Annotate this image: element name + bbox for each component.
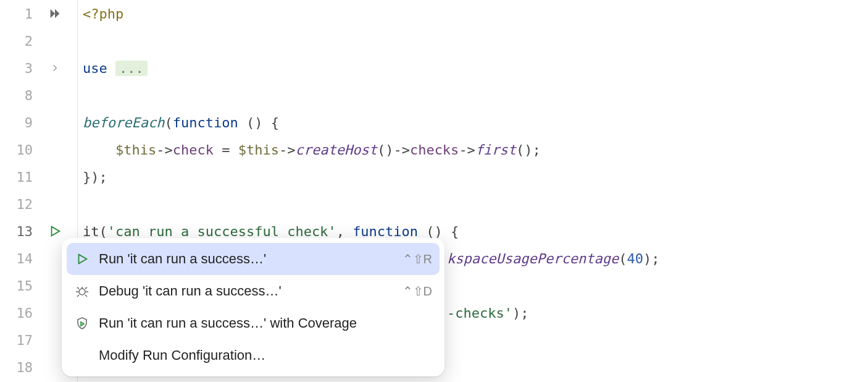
menu-label: Debug 'it can run a success…' [99,283,394,299]
menu-shortcut: ⌃⇧R [403,252,432,266]
menu-label: Run 'it can run a success…' [99,251,394,267]
gutter-line[interactable]: 3 [0,54,77,82]
bug-icon [74,283,90,299]
code-line[interactable]: }); [83,163,868,190]
line-number: 14 [10,251,33,266]
play-icon [74,251,90,267]
svg-point-0 [79,289,85,295]
line-number: 12 [10,197,33,212]
blank-icon [74,347,90,363]
line-number: 17 [10,333,33,348]
code-line[interactable]: $this->check = $this->createHost()->chec… [83,136,868,163]
gutter-line[interactable]: 9 [0,109,77,136]
skip-forward-icon[interactable] [38,7,72,20]
run-context-menu: Run 'it can run a success…' ⌃⇧R Debug 'i… [62,238,444,376]
shield-play-icon [74,315,90,331]
gutter-line[interactable]: 10 [0,136,77,163]
menu-label: Run 'it can run a success…' with Coverag… [99,315,424,331]
menu-label: Modify Run Configuration… [99,347,424,363]
line-number: 11 [10,169,33,185]
gutter-line[interactable]: 12 [0,190,77,218]
fn-call: beforeEach [83,115,164,130]
line-number: 15 [10,278,33,294]
folded-region[interactable]: ... [115,61,148,76]
php-open-tag: <?php [83,6,123,22]
chevron-right-icon[interactable] [38,62,72,74]
code-line[interactable]: <?php [83,0,868,27]
fn-it: it [83,224,99,239]
gutter-line[interactable]: 8 [0,82,77,109]
menu-item-debug[interactable]: Debug 'it can run a success…' ⌃⇧D [67,275,440,307]
code-line[interactable]: use ... [83,54,868,82]
line-number: 1 [10,6,33,22]
run-gutter-icon[interactable] [38,224,72,238]
menu-item-run[interactable]: Run 'it can run a success…' ⌃⇧R [67,243,440,275]
code-line[interactable] [83,82,868,109]
code-editor: 1 2 3 8 9 10 11 [0,0,868,382]
code-line[interactable] [83,190,868,218]
line-number: 8 [10,88,33,103]
gutter-line[interactable]: 2 [0,27,77,54]
gutter-line[interactable]: 1 [0,0,77,27]
menu-shortcut: ⌃⇧D [403,284,432,299]
code-line[interactable] [83,27,868,54]
menu-item-coverage[interactable]: Run 'it can run a success…' with Coverag… [67,307,440,339]
line-number: 13 [10,224,33,239]
line-number: 16 [10,305,33,321]
keyword: use [83,61,107,76]
line-number: 3 [10,61,33,76]
gutter-line[interactable]: 11 [0,163,77,190]
line-number: 2 [10,33,33,49]
line-number: 10 [10,142,33,158]
line-number: 18 [10,360,33,375]
line-number: 9 [10,115,33,130]
code-line[interactable]: beforeEach(function () { [83,109,868,136]
menu-item-modify-config[interactable]: Modify Run Configuration… [67,339,440,371]
